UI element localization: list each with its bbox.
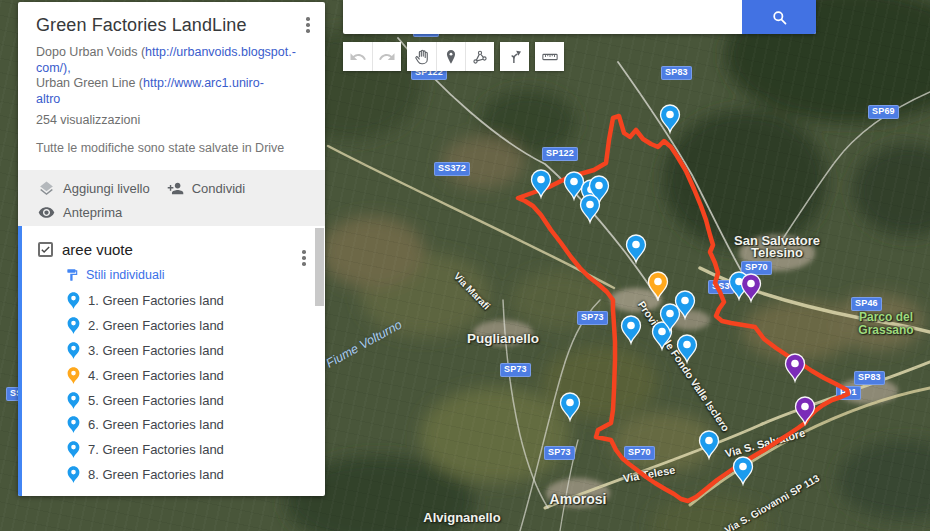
map-label: Via Telese bbox=[622, 464, 676, 485]
road-badge: SP122 bbox=[542, 147, 578, 161]
add-directions-button[interactable] bbox=[500, 42, 529, 71]
individual-styles-link[interactable]: Stili individuali bbox=[65, 268, 325, 282]
undo-button[interactable] bbox=[343, 42, 372, 71]
description-link-3[interactable]: http://www.arc1.uniro- bbox=[143, 76, 264, 90]
blue-pin-icon bbox=[66, 440, 81, 459]
road-badge: SP83 bbox=[854, 371, 885, 385]
eye-icon bbox=[38, 204, 55, 221]
road-badge: SP46 bbox=[851, 297, 882, 311]
draw-line-button[interactable] bbox=[465, 42, 494, 71]
page-title: Green Factories LandLine bbox=[36, 15, 311, 36]
list-item-label: 3. Green Factories land bbox=[88, 343, 224, 358]
layer-menu-button[interactable] bbox=[295, 248, 313, 268]
list-item-label: 2. Green Factories land bbox=[88, 318, 224, 333]
road-badge: SP73 bbox=[500, 363, 531, 377]
layer-name: aree vuote bbox=[62, 241, 133, 258]
individual-styles-label: Stili individuali bbox=[86, 268, 165, 282]
layer-items-list: 1. Green Factories land2. Green Factorie… bbox=[22, 288, 325, 487]
preview-label: Anteprima bbox=[63, 205, 122, 220]
map-label: Via S. Giovanni SP 113 bbox=[723, 472, 822, 531]
road-badge: SP73 bbox=[577, 311, 608, 325]
road-badge: SP73 bbox=[544, 446, 575, 460]
list-item-label: 1. Green Factories land bbox=[88, 293, 224, 308]
road-badge: SP83 bbox=[661, 66, 692, 80]
list-item[interactable]: 6. Green Factories land bbox=[22, 412, 325, 437]
list-item[interactable]: 3. Green Factories land bbox=[22, 338, 325, 363]
polyline-icon bbox=[471, 48, 489, 66]
list-item[interactable]: 5. Green Factories land bbox=[22, 388, 325, 413]
blue-pin-icon bbox=[66, 341, 81, 360]
list-item-label: 4. Green Factories land bbox=[88, 368, 224, 383]
map-label: Via S. Salvatore bbox=[724, 427, 807, 460]
my-maps-app: SP122SP83SP69SP122SS372SP70SS3SP46SP73SP… bbox=[0, 0, 930, 531]
blue-pin-icon bbox=[66, 465, 81, 484]
directions-icon bbox=[506, 48, 524, 66]
blue-pin-icon bbox=[66, 291, 81, 310]
blue-pin-icon bbox=[66, 316, 81, 335]
share-label: Condividi bbox=[192, 181, 245, 196]
road-badge: SS3 bbox=[708, 280, 734, 294]
list-item[interactable]: 4. Green Factories land bbox=[22, 363, 325, 388]
layers-icon bbox=[38, 180, 55, 197]
redo-button[interactable] bbox=[372, 42, 401, 71]
blue-pin-icon bbox=[66, 415, 81, 434]
ruler-icon bbox=[541, 48, 559, 66]
hand-icon bbox=[413, 48, 431, 66]
search-bar bbox=[343, 0, 816, 34]
undo-icon bbox=[349, 48, 367, 66]
list-item-label: 5. Green Factories land bbox=[88, 393, 224, 408]
map-label: Provinciale Fondo Valle Isclero bbox=[636, 299, 732, 434]
list-item-label: 7. Green Factories land bbox=[88, 442, 224, 457]
map-menu-button[interactable] bbox=[299, 15, 317, 35]
measure-button[interactable] bbox=[535, 42, 564, 71]
list-item[interactable]: 8. Green Factories land bbox=[22, 462, 325, 487]
orange-pin-icon bbox=[66, 366, 81, 385]
layer-checkbox[interactable] bbox=[38, 242, 53, 257]
list-item[interactable]: 2. Green Factories land bbox=[22, 313, 325, 338]
description-link-2[interactable]: com/), bbox=[36, 61, 71, 75]
saved-status: Tutte le modifiche sono state salvate in… bbox=[36, 141, 311, 155]
person-add-icon bbox=[167, 180, 184, 197]
actions-bar: Aggiungi livello Condividi Anteprima bbox=[18, 170, 325, 226]
views-count: 254 visualizzazioni bbox=[36, 113, 311, 127]
map-description: Dopo Urban Voids (http://urbanvoids.blog… bbox=[36, 45, 311, 107]
more-link[interactable]: altro bbox=[36, 92, 60, 106]
road-badge: SP70 bbox=[741, 261, 772, 275]
description-link-1[interactable]: http://urbanvoids.blogspot.- bbox=[145, 45, 296, 59]
map-label: Via Marafi bbox=[452, 270, 493, 311]
share-button[interactable]: Condividi bbox=[167, 180, 245, 197]
description-text: Dopo Urban Voids ( bbox=[36, 45, 145, 59]
marker-icon bbox=[442, 48, 460, 66]
add-marker-button[interactable] bbox=[436, 42, 465, 71]
layer-card: aree vuote Stili individuali 1. Green Fa… bbox=[18, 226, 325, 496]
road-badge: SP69 bbox=[868, 105, 899, 119]
search-icon bbox=[770, 8, 789, 27]
list-item[interactable]: 1. Green Factories land bbox=[22, 288, 325, 313]
layer-header[interactable]: aree vuote bbox=[22, 238, 325, 260]
redo-icon bbox=[378, 48, 396, 66]
map-label: Grassano bbox=[858, 323, 913, 337]
sidebar-scrollbar[interactable] bbox=[315, 228, 324, 306]
description-text: Urban Green Line ( bbox=[36, 76, 143, 90]
map-label: Amorosi bbox=[550, 491, 607, 507]
map-label: Parco del bbox=[859, 310, 913, 324]
road-badge: SS372 bbox=[434, 162, 470, 176]
check-icon bbox=[40, 243, 51, 256]
preview-button[interactable]: Anteprima bbox=[38, 204, 122, 221]
list-item-label: 8. Green Factories land bbox=[88, 467, 224, 482]
blue-pin-icon bbox=[66, 391, 81, 410]
add-layer-label: Aggiungi livello bbox=[63, 181, 150, 196]
search-input[interactable] bbox=[343, 0, 742, 34]
road-badge: SP70 bbox=[624, 446, 655, 460]
map-label: Puglianello bbox=[467, 331, 539, 346]
road-badge: P91 bbox=[836, 386, 861, 400]
list-item[interactable]: 7. Green Factories land bbox=[22, 437, 325, 462]
map-info-header: Green Factories LandLine Dopo Urban Void… bbox=[18, 2, 325, 170]
add-layer-button[interactable]: Aggiungi livello bbox=[38, 180, 150, 197]
map-label: Alvignanello bbox=[423, 510, 500, 525]
map-toolbar bbox=[343, 42, 564, 71]
list-item-label: 6. Green Factories land bbox=[88, 417, 224, 432]
paint-roller-icon bbox=[65, 268, 79, 282]
search-button[interactable] bbox=[742, 0, 816, 34]
pan-tool-button[interactable] bbox=[407, 42, 436, 71]
